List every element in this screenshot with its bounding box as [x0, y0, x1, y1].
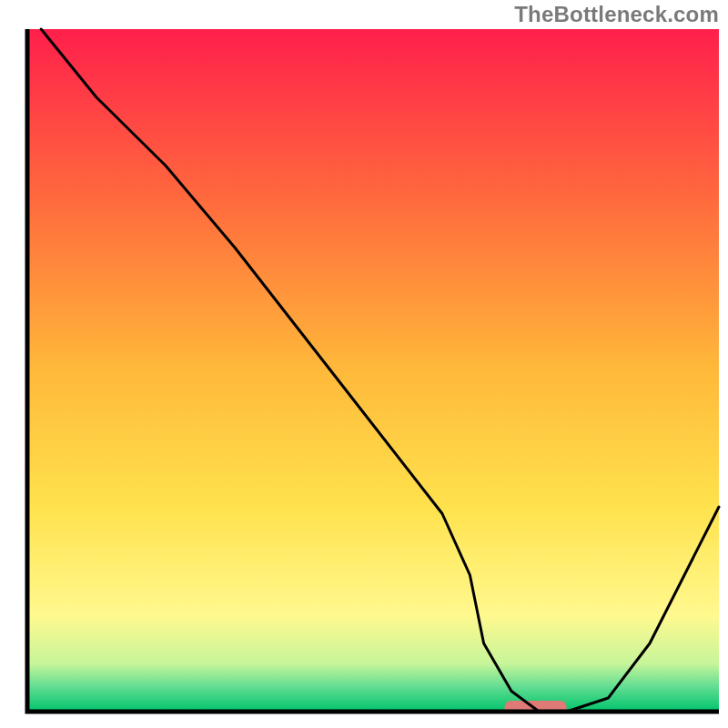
bottleneck-chart — [0, 0, 728, 728]
chart-container: TheBottleneck.com — [0, 0, 728, 728]
watermark-text: TheBottleneck.com — [514, 2, 719, 27]
